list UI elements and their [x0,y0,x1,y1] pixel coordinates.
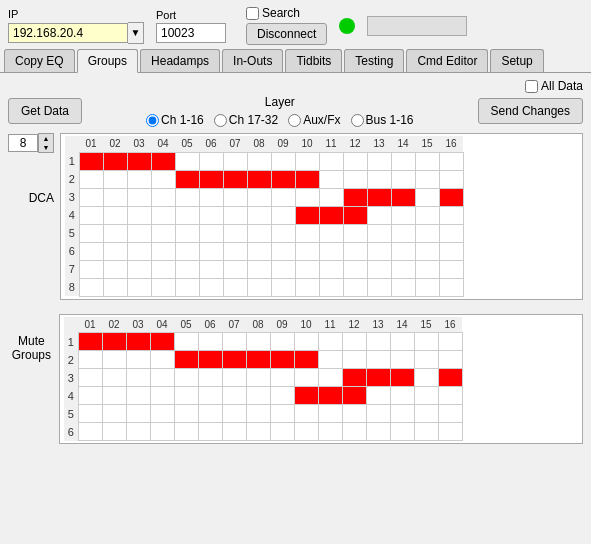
dca-cell[interactable] [415,188,439,206]
mute-cell[interactable] [318,369,342,387]
dca-cell[interactable] [103,188,127,206]
mute-cell[interactable] [414,387,438,405]
dca-cell[interactable] [151,170,175,188]
dca-cell[interactable] [439,170,463,188]
dca-cell[interactable] [295,170,319,188]
dca-cell[interactable] [127,224,151,242]
disconnect-button[interactable]: Disconnect [246,23,327,45]
dca-cell[interactable] [103,242,127,260]
mute-cell[interactable] [126,387,150,405]
dca-cell[interactable] [103,224,127,242]
radio-aux-fx[interactable]: Aux/Fx [288,113,340,127]
dca-cell[interactable] [415,242,439,260]
dca-cell[interactable] [223,170,247,188]
mute-cell[interactable] [366,423,390,441]
dca-cell[interactable] [223,206,247,224]
dca-cell[interactable] [271,152,295,170]
tab-tidbits[interactable]: Tidbits [285,49,342,72]
dca-cell[interactable] [391,224,415,242]
dca-cell[interactable] [103,260,127,278]
tab-copy-eq[interactable]: Copy EQ [4,49,75,72]
mute-cell[interactable] [222,387,246,405]
radio-bus1-16-input[interactable] [351,114,364,127]
dca-cell[interactable] [391,242,415,260]
tab-testing[interactable]: Testing [344,49,404,72]
mute-cell[interactable] [366,405,390,423]
dca-cell[interactable] [247,278,271,296]
mute-cell[interactable] [390,333,414,351]
mute-cell[interactable] [270,351,294,369]
dca-cell[interactable] [127,260,151,278]
mute-cell[interactable] [318,387,342,405]
mute-cell[interactable] [246,369,270,387]
dca-cell[interactable] [295,242,319,260]
dca-cell[interactable] [199,152,223,170]
dca-cell[interactable] [367,206,391,224]
dca-cell[interactable] [271,242,295,260]
dca-cell[interactable] [439,260,463,278]
mute-cell[interactable] [438,405,462,423]
dca-cell[interactable] [367,278,391,296]
mute-cell[interactable] [318,405,342,423]
dca-cell[interactable] [247,206,271,224]
dca-cell[interactable] [271,188,295,206]
dca-cell[interactable] [79,278,103,296]
dca-cell[interactable] [223,152,247,170]
mute-cell[interactable] [438,369,462,387]
mute-cell[interactable] [126,369,150,387]
dca-cell[interactable] [223,188,247,206]
tab-cmd-editor[interactable]: Cmd Editor [406,49,488,72]
mute-cell[interactable] [246,351,270,369]
tab-groups[interactable]: Groups [77,49,138,73]
mute-cell[interactable] [150,333,174,351]
radio-ch1-16[interactable]: Ch 1-16 [146,113,204,127]
dca-cell[interactable] [415,170,439,188]
dca-cell[interactable] [175,224,199,242]
port-input[interactable] [156,23,226,43]
mute-cell[interactable] [294,369,318,387]
dca-cell[interactable] [415,206,439,224]
mute-cell[interactable] [174,423,198,441]
dca-cell[interactable] [367,260,391,278]
mute-cell[interactable] [150,369,174,387]
dca-cell[interactable] [391,206,415,224]
dca-cell[interactable] [151,188,175,206]
dca-cell[interactable] [343,224,367,242]
dca-cell[interactable] [319,170,343,188]
mute-cell[interactable] [438,333,462,351]
dca-cell[interactable] [151,224,175,242]
mute-cell[interactable] [246,423,270,441]
radio-bus1-16[interactable]: Bus 1-16 [351,113,414,127]
mute-cell[interactable] [78,405,102,423]
all-data-checkbox[interactable] [525,80,538,93]
mute-cell[interactable] [222,423,246,441]
mute-cell[interactable] [126,333,150,351]
ip-input[interactable] [8,23,128,43]
dca-cell[interactable] [175,242,199,260]
mute-cell[interactable] [318,423,342,441]
mute-cell[interactable] [150,405,174,423]
send-changes-button[interactable]: Send Changes [478,98,583,124]
dca-cell[interactable] [199,170,223,188]
spinner-input[interactable] [8,134,38,152]
mute-cell[interactable] [366,333,390,351]
mute-cell[interactable] [102,369,126,387]
radio-ch17-32-input[interactable] [214,114,227,127]
mute-cell[interactable] [438,387,462,405]
mute-cell[interactable] [222,351,246,369]
mute-cell[interactable] [390,423,414,441]
mute-cell[interactable] [78,423,102,441]
dca-cell[interactable] [391,170,415,188]
get-data-button[interactable]: Get Data [8,98,82,124]
spinner-down[interactable]: ▼ [39,143,53,152]
tab-setup[interactable]: Setup [490,49,543,72]
dca-cell[interactable] [175,260,199,278]
dca-cell[interactable] [391,152,415,170]
dca-cell[interactable] [367,242,391,260]
dca-cell[interactable] [271,206,295,224]
dca-cell[interactable] [319,188,343,206]
radio-ch1-16-input[interactable] [146,114,159,127]
mute-cell[interactable] [270,423,294,441]
dca-cell[interactable] [343,188,367,206]
mute-cell[interactable] [198,387,222,405]
